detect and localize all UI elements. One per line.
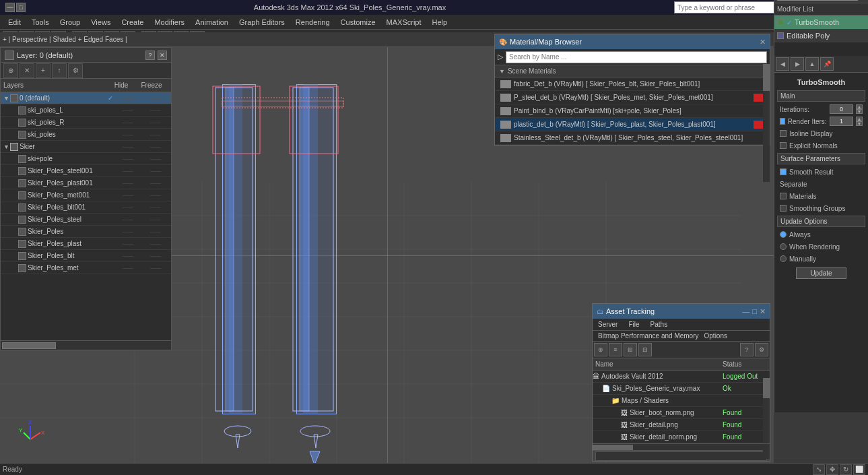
- always-radio[interactable]: [780, 231, 787, 238]
- layer-help-btn[interactable]: ?: [145, 51, 155, 60]
- at-bitmap-sub[interactable]: Bitmap Performance and Memory: [595, 332, 702, 340]
- modifier-turbosmooth[interactable]: ✓ TurboSmooth: [774, 15, 868, 29]
- at-server-menu[interactable]: Server: [593, 319, 623, 330]
- layer-hide-2: ——: [116, 119, 140, 125]
- object-dropdown[interactable]: Skier_Poles_plast001: [777, 0, 858, 1]
- scene-expand-icon[interactable]: ▼: [499, 68, 505, 75]
- render-iters-input[interactable]: [830, 117, 853, 126]
- at-vscroll-thumb[interactable]: [763, 378, 770, 398]
- iterations-input[interactable]: [830, 104, 853, 114]
- mat-item-4[interactable]: Stainless_Steel_det_b (VRayMtl) [ Skier_…: [495, 131, 770, 145]
- menu-customize[interactable]: Customize: [335, 17, 381, 28]
- mat-search-input[interactable]: [506, 51, 767, 63]
- at-tb-filter[interactable]: ⊟: [638, 343, 652, 356]
- at-file-menu[interactable]: File: [623, 319, 644, 330]
- minimize-btn[interactable]: —: [5, 3, 15, 12]
- mat-browser-scrollbar[interactable]: [763, 64, 770, 182]
- mat-item-1[interactable]: P_steel_det_b (VRayMtl) [ Skier_Poles_me…: [495, 91, 770, 104]
- at-tb-add[interactable]: ⊕: [594, 343, 607, 356]
- smoothing-check[interactable]: [780, 205, 787, 212]
- layer-item-13[interactable]: Skier_Poles_blt —— ——: [1, 250, 171, 262]
- at-row-5[interactable]: 🖼 Skier_detail_norm.png Found: [593, 431, 770, 443]
- menu-edit[interactable]: Edit: [3, 17, 26, 28]
- menu-help[interactable]: Help: [427, 17, 453, 28]
- at-tb-list[interactable]: ≡: [609, 343, 622, 356]
- menu-tools[interactable]: Tools: [26, 17, 55, 28]
- mat-browser-close[interactable]: ✕: [760, 38, 766, 46]
- mat-item-2[interactable]: Paint_bind_b (VRayCarPaintMtl) [ski+pole…: [495, 104, 770, 118]
- viewport-pan-btn[interactable]: ✥: [826, 464, 838, 475]
- menu-views[interactable]: Views: [86, 17, 116, 28]
- materials-check[interactable]: [780, 193, 787, 199]
- layer-item-10[interactable]: Skier_Poles_steel —— ——: [1, 214, 171, 226]
- layer-tb-move[interactable]: ↑: [52, 63, 67, 78]
- iter-up[interactable]: ▲: [856, 104, 863, 109]
- rp-nav-left[interactable]: ◀: [776, 57, 789, 71]
- layer-item-14[interactable]: Skier_Poles_met —— ——: [1, 262, 171, 274]
- isoline-check[interactable]: [780, 130, 787, 137]
- rp-nav-pin[interactable]: 📌: [820, 57, 834, 71]
- at-minimize[interactable]: —: [742, 307, 749, 315]
- manually-radio[interactable]: [780, 255, 787, 262]
- layer-item-12[interactable]: Skier_Poles_plast —— ——: [1, 238, 171, 250]
- menu-graph-editors[interactable]: Graph Editors: [234, 17, 290, 28]
- at-path-input[interactable]: [595, 451, 767, 461]
- ri-down[interactable]: ▼: [856, 121, 863, 126]
- smooth-check[interactable]: [780, 168, 787, 175]
- layer-tb-settings[interactable]: ⚙: [68, 63, 83, 78]
- at-tb-options[interactable]: ⚙: [755, 343, 768, 356]
- layer-item-2[interactable]: ski_poles_R —— ——: [1, 117, 171, 129]
- layer-item-6[interactable]: Skier_Poles_steel001 —— ——: [1, 165, 171, 177]
- layer-item-1[interactable]: ski_poles_L —— ——: [1, 104, 171, 117]
- explicit-check[interactable]: [780, 142, 787, 149]
- at-row-2[interactable]: 📁 Maps / Shaders: [593, 395, 770, 407]
- viewport-zoom-btn[interactable]: ⤡: [813, 464, 825, 475]
- at-hscroll-thumb[interactable]: [593, 445, 633, 450]
- layer-close-btn[interactable]: ✕: [158, 51, 167, 60]
- layer-item-8[interactable]: Skier_Poles_met001 —— ——: [1, 189, 171, 201]
- mat-item-3[interactable]: plastic_det_b (VRayMtl) [ Skier_Poles_pl…: [495, 118, 770, 131]
- mat-item-0[interactable]: fabric_Det_b (VRayMtl) [ Skier_Poles_blt…: [495, 77, 770, 91]
- at-close[interactable]: ✕: [760, 307, 766, 316]
- layer-item-4[interactable]: ▼ Skier —— ——: [1, 141, 171, 153]
- ri-up[interactable]: ▲: [856, 117, 863, 121]
- menu-group[interactable]: Group: [55, 17, 86, 28]
- at-row-0[interactable]: 🏛 Autodesk Vault 2012 Logged Out: [593, 371, 770, 383]
- mat-scroll-thumb[interactable]: [763, 64, 770, 91]
- menu-rendering[interactable]: Rendering: [290, 17, 335, 28]
- menu-modifiers[interactable]: Modifiers: [149, 17, 190, 28]
- rp-nav-up[interactable]: ▲: [805, 57, 819, 71]
- layer-item-0[interactable]: ▼ 0 (default) ✓ —— ——: [1, 92, 171, 104]
- restore-btn[interactable]: □: [16, 3, 26, 12]
- layer-tb-add[interactable]: ⊕: [3, 63, 18, 78]
- update-button[interactable]: Update: [796, 267, 846, 279]
- layer-scroll-thumb[interactable]: [2, 342, 56, 349]
- menu-maxscript[interactable]: MAXScript: [381, 17, 427, 28]
- viewport-maximize-btn[interactable]: ⬜: [853, 464, 865, 475]
- menu-create[interactable]: Create: [116, 17, 149, 28]
- at-paths-menu[interactable]: Paths: [645, 319, 673, 330]
- layer-scrollbar[interactable]: [1, 340, 171, 350]
- modifier-editable-poly[interactable]: Editable Poly: [774, 29, 868, 42]
- iter-down[interactable]: ▼: [856, 109, 863, 114]
- rp-nav-right[interactable]: ▶: [791, 57, 804, 71]
- menu-animation[interactable]: Animation: [190, 17, 234, 28]
- layer-tb-new[interactable]: +: [36, 63, 51, 78]
- viewport-orbit-btn[interactable]: ↻: [840, 464, 852, 475]
- layer-item-5[interactable]: ski+pole —— ——: [1, 153, 171, 165]
- when-rendering-radio[interactable]: [780, 243, 787, 250]
- layer-item-7[interactable]: Skier_Poles_plast001 —— ——: [1, 177, 171, 189]
- layer-tb-del[interactable]: ✕: [20, 63, 34, 78]
- at-row-4[interactable]: 🖼 Skier_detail.png Found: [593, 419, 770, 431]
- at-row-1[interactable]: 📄 Ski_Poles_Generic_vray.max Ok: [593, 383, 770, 395]
- render-iters-check[interactable]: [780, 118, 785, 125]
- layer-item-3[interactable]: ski_poles —— ——: [1, 129, 171, 141]
- at-options-sub[interactable]: Options: [702, 332, 730, 340]
- at-tb-grid[interactable]: ⊞: [624, 343, 637, 356]
- at-row-3[interactable]: 🖼 Skier_boot_norm.png Found: [593, 407, 770, 419]
- layer-item-11[interactable]: Skier_Poles —— ——: [1, 226, 171, 238]
- layer-item-9[interactable]: Skier_Poles_blt001 —— ——: [1, 201, 171, 214]
- at-maximize[interactable]: □: [752, 307, 757, 315]
- at-hscrollbar[interactable]: [593, 443, 770, 450]
- at-tb-help[interactable]: ?: [740, 343, 754, 356]
